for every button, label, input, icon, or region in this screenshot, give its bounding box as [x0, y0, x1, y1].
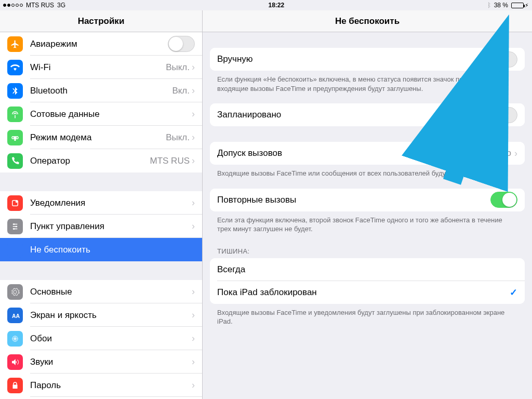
sidebar-item-airplane[interactable]: Авиарежим	[0, 32, 202, 56]
row-repeated-calls[interactable]: Повторные вызовы	[210, 189, 525, 211]
status-bar: MTS RUS 3G 18:22 ᛒ 38 % ⚡︎	[0, 0, 532, 10]
sidebar-gap	[0, 261, 202, 280]
row-always[interactable]: Всегда	[210, 258, 525, 281]
wifi-icon	[7, 60, 23, 75]
row-label: Основные	[30, 287, 192, 297]
chevron-right-icon: ›	[514, 148, 517, 159]
sidebar-item-hotspot[interactable]: Режим модема Выкл. ›	[0, 126, 202, 149]
svg-point-4	[13, 223, 15, 225]
row-label: Не беспокоить	[30, 245, 195, 255]
hotspot-icon	[7, 130, 23, 145]
carrier-label: MTS RUS	[26, 2, 54, 9]
antenna-icon	[7, 107, 23, 122]
chevron-right-icon: ›	[192, 286, 195, 297]
row-value: Выкл.	[166, 62, 190, 73]
svg-point-5	[16, 225, 17, 227]
sidebar-gap	[0, 172, 202, 191]
chevron-right-icon: ›	[192, 109, 195, 119]
row-label: Оператор	[30, 156, 150, 166]
phone-icon	[7, 153, 23, 169]
sidebar-item-dnd[interactable]: Не беспокоить	[0, 238, 202, 261]
row-allow-calls[interactable]: Допуск вызовов Ни от кого ›	[210, 142, 525, 165]
sidebar-item-passcode[interactable]: Пароль ›	[0, 374, 202, 397]
chevron-right-icon: ›	[192, 356, 195, 367]
sidebar-item-notifications[interactable]: Уведомления ›	[0, 191, 202, 215]
display-icon: AA	[7, 308, 23, 323]
sidebar-item-wifi[interactable]: Wi-Fi Выкл. ›	[0, 56, 202, 79]
row-value: Выкл.	[166, 132, 190, 143]
sidebar-item-control-center[interactable]: Пункт управления ›	[0, 215, 202, 238]
row-label: Обои	[30, 334, 192, 344]
manual-toggle[interactable]	[490, 51, 517, 68]
row-value: Вкл.	[172, 86, 190, 96]
chevron-right-icon: ›	[192, 85, 195, 96]
checkmark-icon: ✓	[510, 287, 517, 298]
row-label: Wi-Fi	[30, 62, 166, 73]
chevron-right-icon: ›	[192, 62, 195, 73]
sidebar-item-wallpaper[interactable]: Обои ›	[0, 327, 202, 350]
chevron-right-icon: ›	[192, 155, 195, 166]
sidebar-item-bluetooth[interactable]: Bluetooth Вкл. ›	[0, 79, 202, 102]
row-manual[interactable]: Вручную	[210, 48, 525, 71]
svg-text:AA: AA	[12, 312, 20, 318]
sidebar-title: Настройки	[0, 10, 203, 32]
row-value: Ни от кого	[470, 148, 511, 158]
gear-icon	[7, 284, 23, 300]
row-label: Вручную	[217, 54, 490, 64]
row-label: Сотовые данные	[30, 109, 192, 119]
row-label: Повторные вызовы	[217, 195, 490, 205]
svg-point-3	[16, 200, 18, 203]
airplane-icon	[7, 36, 23, 52]
chevron-right-icon: ›	[192, 197, 195, 208]
row-label: Пока iPad заблокирован	[217, 287, 510, 298]
settings-sidebar[interactable]: Авиарежим Wi-Fi Выкл. › Bluetooth Вкл. ›…	[0, 32, 203, 399]
wallpaper-icon	[7, 331, 23, 347]
notifications-icon	[7, 195, 23, 211]
page-title: Не беспокоить	[203, 10, 532, 32]
row-label: Режим модема	[30, 132, 166, 143]
row-label: Авиарежим	[30, 39, 168, 49]
svg-point-1	[16, 136, 19, 139]
sidebar-item-sounds[interactable]: Звуки ›	[0, 350, 202, 374]
row-label: Пароль	[30, 380, 192, 391]
battery-percent: 38 %	[494, 2, 508, 9]
svg-point-0	[12, 136, 15, 139]
row-value: MTS RUS	[150, 156, 190, 166]
silence-footer: Входящие вызовы FaceTime и уведомления б…	[203, 304, 532, 337]
manual-footer: Если функция «Не беспокоить» включена, в…	[203, 71, 532, 103]
bluetooth-icon: ᛒ	[487, 2, 491, 9]
row-label: Всегда	[217, 264, 517, 275]
row-label: Уведомления	[30, 198, 192, 208]
detail-pane[interactable]: Вручную Если функция «Не беспокоить» вкл…	[203, 32, 532, 399]
chevron-right-icon: ›	[192, 221, 195, 232]
sidebar-item-cellular[interactable]: Сотовые данные ›	[0, 102, 202, 126]
svg-point-6	[13, 228, 15, 230]
row-label: Экран и яркость	[30, 310, 192, 321]
network-label: 3G	[57, 2, 65, 9]
sidebar-item-carrier[interactable]: Оператор MTS RUS ›	[0, 149, 202, 172]
scheduled-toggle[interactable]	[490, 107, 517, 123]
moon-icon	[7, 242, 23, 258]
row-label: Запланировано	[217, 110, 490, 120]
allow-footer: Входящие вызовы FaceTime или сообщения о…	[203, 165, 532, 189]
row-label: Допуск вызовов	[217, 148, 470, 158]
row-label: Звуки	[30, 357, 192, 367]
row-scheduled[interactable]: Запланировано	[210, 103, 525, 126]
sidebar-item-general[interactable]: Основные ›	[0, 280, 202, 303]
chevron-right-icon: ›	[192, 132, 195, 143]
chevron-right-icon: ›	[192, 380, 195, 391]
chevron-right-icon: ›	[192, 333, 195, 344]
bluetooth-sidebar-icon	[7, 83, 23, 99]
battery-icon: ⚡︎	[511, 2, 529, 9]
chevron-right-icon: ›	[192, 310, 195, 321]
repeated-calls-toggle[interactable]	[490, 192, 517, 208]
sidebar-item-display[interactable]: AA Экран и яркость ›	[0, 303, 202, 327]
repeat-footer: Если эта функция включена, второй звонок…	[203, 211, 532, 244]
control-center-icon	[7, 219, 23, 234]
row-while-locked[interactable]: Пока iPad заблокирован ✓	[210, 281, 525, 304]
sounds-icon	[7, 354, 23, 370]
airplane-toggle[interactable]	[168, 36, 195, 52]
lock-icon	[7, 378, 23, 393]
silence-header: Тишина:	[203, 244, 532, 258]
signal-icon	[3, 4, 23, 7]
